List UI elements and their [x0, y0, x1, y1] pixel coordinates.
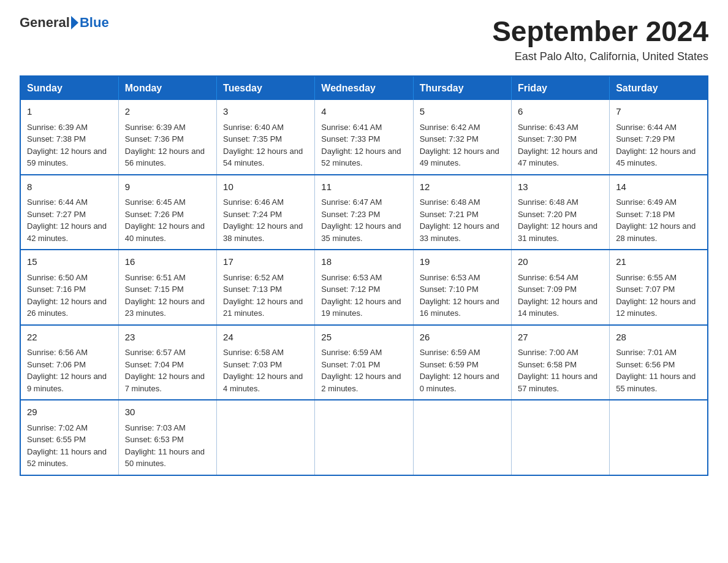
calendar-cell: 9Sunrise: 6:45 AMSunset: 7:26 PMDaylight…: [118, 175, 216, 250]
col-header-tuesday: Tuesday: [217, 76, 315, 100]
day-info: Sunrise: 6:53 AMSunset: 7:10 PMDaylight:…: [420, 273, 499, 318]
week-row-1: 1Sunrise: 6:39 AMSunset: 7:38 PMDaylight…: [20, 100, 708, 175]
day-number: 12: [420, 180, 505, 194]
day-info: Sunrise: 6:45 AMSunset: 7:26 PMDaylight:…: [125, 197, 205, 243]
day-info: Sunrise: 6:44 AMSunset: 7:29 PMDaylight:…: [616, 123, 696, 168]
day-info: Sunrise: 6:46 AMSunset: 7:24 PMDaylight:…: [223, 197, 303, 243]
week-row-5: 29Sunrise: 7:02 AMSunset: 6:55 PMDayligh…: [20, 400, 708, 475]
day-number: 26: [420, 331, 505, 345]
day-number: 27: [518, 331, 603, 345]
calendar-cell: 6Sunrise: 6:43 AMSunset: 7:30 PMDaylight…: [511, 100, 609, 175]
calendar-cell: 3Sunrise: 6:40 AMSunset: 7:35 PMDaylight…: [217, 100, 315, 175]
day-number: 28: [616, 331, 701, 345]
day-info: Sunrise: 6:42 AMSunset: 7:32 PMDaylight:…: [420, 123, 499, 168]
calendar-cell: 21Sunrise: 6:55 AMSunset: 7:07 PMDayligh…: [610, 250, 708, 325]
day-number: 3: [223, 105, 308, 119]
day-info: Sunrise: 6:39 AMSunset: 7:36 PMDaylight:…: [125, 123, 205, 168]
calendar-cell: [511, 400, 609, 475]
day-number: 29: [27, 405, 112, 419]
day-number: 2: [125, 105, 210, 119]
calendar-cell: 4Sunrise: 6:41 AMSunset: 7:33 PMDaylight…: [315, 100, 413, 175]
page-subtitle: East Palo Alto, California, United State…: [492, 50, 708, 63]
calendar-cell: 11Sunrise: 6:47 AMSunset: 7:23 PMDayligh…: [315, 175, 413, 250]
calendar-cell: 30Sunrise: 7:03 AMSunset: 6:53 PMDayligh…: [118, 400, 216, 475]
day-number: 4: [321, 105, 406, 119]
logo-text-blue: Blue: [80, 15, 109, 31]
col-header-sunday: Sunday: [20, 76, 118, 100]
calendar-header-row: SundayMondayTuesdayWednesdayThursdayFrid…: [20, 76, 708, 100]
calendar-cell: 1Sunrise: 6:39 AMSunset: 7:38 PMDaylight…: [20, 100, 118, 175]
calendar-cell: 19Sunrise: 6:53 AMSunset: 7:10 PMDayligh…: [413, 250, 511, 325]
calendar-cell: [217, 400, 315, 475]
calendar-cell: 10Sunrise: 6:46 AMSunset: 7:24 PMDayligh…: [217, 175, 315, 250]
day-info: Sunrise: 6:49 AMSunset: 7:18 PMDaylight:…: [616, 197, 696, 243]
day-number: 24: [223, 331, 308, 345]
day-info: Sunrise: 6:57 AMSunset: 7:04 PMDaylight:…: [125, 348, 205, 393]
calendar-cell: 5Sunrise: 6:42 AMSunset: 7:32 PMDaylight…: [413, 100, 511, 175]
calendar-cell: 28Sunrise: 7:01 AMSunset: 6:56 PMDayligh…: [610, 325, 708, 400]
calendar-cell: 12Sunrise: 6:48 AMSunset: 7:21 PMDayligh…: [413, 175, 511, 250]
day-number: 20: [518, 255, 603, 269]
page-title: September 2024: [492, 15, 708, 48]
calendar-cell: 26Sunrise: 6:59 AMSunset: 6:59 PMDayligh…: [413, 325, 511, 400]
col-header-saturday: Saturday: [610, 76, 708, 100]
day-info: Sunrise: 6:39 AMSunset: 7:38 PMDaylight:…: [27, 123, 107, 168]
day-number: 22: [27, 331, 112, 345]
calendar-cell: 27Sunrise: 7:00 AMSunset: 6:58 PMDayligh…: [511, 325, 609, 400]
day-number: 7: [616, 105, 701, 119]
col-header-friday: Friday: [511, 76, 609, 100]
calendar-cell: 25Sunrise: 6:59 AMSunset: 7:01 PMDayligh…: [315, 325, 413, 400]
day-number: 30: [125, 405, 210, 419]
day-info: Sunrise: 6:48 AMSunset: 7:20 PMDaylight:…: [518, 197, 597, 243]
day-number: 19: [420, 255, 505, 269]
day-info: Sunrise: 6:54 AMSunset: 7:09 PMDaylight:…: [518, 273, 597, 318]
day-info: Sunrise: 6:47 AMSunset: 7:23 PMDaylight:…: [321, 197, 401, 243]
day-number: 18: [321, 255, 406, 269]
col-header-thursday: Thursday: [413, 76, 511, 100]
day-number: 23: [125, 331, 210, 345]
calendar-cell: 23Sunrise: 6:57 AMSunset: 7:04 PMDayligh…: [118, 325, 216, 400]
day-number: 15: [27, 255, 112, 269]
col-header-monday: Monday: [118, 76, 216, 100]
calendar-cell: 2Sunrise: 6:39 AMSunset: 7:36 PMDaylight…: [118, 100, 216, 175]
day-number: 8: [27, 180, 112, 194]
day-number: 9: [125, 180, 210, 194]
calendar-cell: 20Sunrise: 6:54 AMSunset: 7:09 PMDayligh…: [511, 250, 609, 325]
day-number: 14: [616, 180, 701, 194]
day-number: 21: [616, 255, 701, 269]
day-number: 6: [518, 105, 603, 119]
calendar-cell: 22Sunrise: 6:56 AMSunset: 7:06 PMDayligh…: [20, 325, 118, 400]
day-info: Sunrise: 6:53 AMSunset: 7:12 PMDaylight:…: [321, 273, 401, 318]
calendar-cell: [413, 400, 511, 475]
logo-triangle-icon: [71, 16, 78, 29]
calendar-cell: 17Sunrise: 6:52 AMSunset: 7:13 PMDayligh…: [217, 250, 315, 325]
day-number: 10: [223, 180, 308, 194]
week-row-3: 15Sunrise: 6:50 AMSunset: 7:16 PMDayligh…: [20, 250, 708, 325]
calendar-cell: [315, 400, 413, 475]
calendar-cell: 29Sunrise: 7:02 AMSunset: 6:55 PMDayligh…: [20, 400, 118, 475]
day-info: Sunrise: 6:40 AMSunset: 7:35 PMDaylight:…: [223, 123, 303, 168]
week-row-4: 22Sunrise: 6:56 AMSunset: 7:06 PMDayligh…: [20, 325, 708, 400]
day-info: Sunrise: 6:52 AMSunset: 7:13 PMDaylight:…: [223, 273, 303, 318]
day-info: Sunrise: 6:56 AMSunset: 7:06 PMDaylight:…: [27, 348, 107, 393]
logo[interactable]: General Blue: [20, 15, 109, 31]
day-info: Sunrise: 6:41 AMSunset: 7:33 PMDaylight:…: [321, 123, 401, 168]
calendar-cell: 16Sunrise: 6:51 AMSunset: 7:15 PMDayligh…: [118, 250, 216, 325]
logo-text-general: General: [20, 15, 70, 31]
week-row-2: 8Sunrise: 6:44 AMSunset: 7:27 PMDaylight…: [20, 175, 708, 250]
day-info: Sunrise: 7:00 AMSunset: 6:58 PMDaylight:…: [518, 348, 597, 393]
day-info: Sunrise: 7:01 AMSunset: 6:56 PMDaylight:…: [616, 348, 696, 393]
day-info: Sunrise: 7:02 AMSunset: 6:55 PMDaylight:…: [27, 423, 107, 469]
calendar-cell: 14Sunrise: 6:49 AMSunset: 7:18 PMDayligh…: [610, 175, 708, 250]
calendar-cell: 7Sunrise: 6:44 AMSunset: 7:29 PMDaylight…: [610, 100, 708, 175]
calendar-table: SundayMondayTuesdayWednesdayThursdayFrid…: [20, 75, 708, 476]
day-info: Sunrise: 6:55 AMSunset: 7:07 PMDaylight:…: [616, 273, 696, 318]
day-info: Sunrise: 6:51 AMSunset: 7:15 PMDaylight:…: [125, 273, 205, 318]
day-number: 17: [223, 255, 308, 269]
calendar-cell: 8Sunrise: 6:44 AMSunset: 7:27 PMDaylight…: [20, 175, 118, 250]
col-header-wednesday: Wednesday: [315, 76, 413, 100]
day-info: Sunrise: 6:48 AMSunset: 7:21 PMDaylight:…: [420, 197, 499, 243]
day-number: 16: [125, 255, 210, 269]
day-number: 25: [321, 331, 406, 345]
day-number: 13: [518, 180, 603, 194]
